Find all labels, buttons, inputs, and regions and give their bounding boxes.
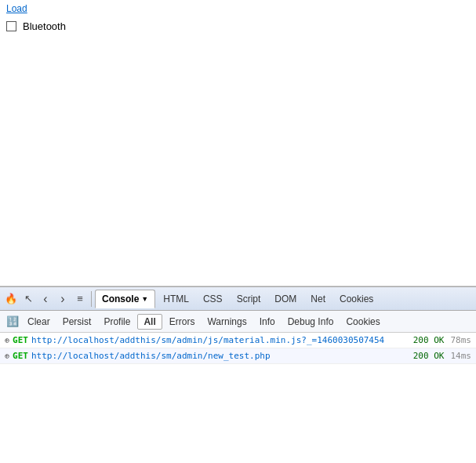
tab-html[interactable]: HTML <box>157 290 195 308</box>
log-row[interactable]: ⊕ GET http://localhost/addthis/sm/admin/… <box>0 333 476 348</box>
warnings-button[interactable]: Warnings <box>202 315 252 329</box>
tab-net-label: Net <box>311 293 325 304</box>
log-method-1: GET <box>13 335 28 345</box>
inspect-icon[interactable]: ↖ <box>20 291 36 307</box>
bluetooth-checkbox[interactable] <box>6 21 16 31</box>
tab-dom[interactable]: DOM <box>268 290 303 308</box>
log-area: ⊕ GET http://localhost/addthis/sm/admin/… <box>0 333 476 463</box>
clear-button[interactable]: Clear <box>22 315 56 329</box>
tab-console-label: Console <box>102 293 139 304</box>
profile-button[interactable]: Profile <box>98 315 136 329</box>
log-url-2: http://localhost/addthis/sm/admin/new_te… <box>31 351 407 361</box>
bluetooth-row: Bluetooth <box>0 17 476 35</box>
tab-cookies-label: Cookies <box>340 293 373 304</box>
log-status-2: 200 OK <box>413 351 445 361</box>
log-time-2: 14ms <box>451 351 472 361</box>
log-row[interactable]: ⊕ GET http://localhost/addthis/sm/admin/… <box>0 348 476 364</box>
bluetooth-label: Bluetooth <box>23 20 66 32</box>
tab-script-label: Script <box>237 293 261 304</box>
flame-icon[interactable]: 🔥 <box>3 291 19 307</box>
tab-html-label: HTML <box>163 293 189 304</box>
toolbar-divider <box>91 291 92 307</box>
devtools-toolbar: 🔥 ↖ ‹ › ≡ Console ▼ HTML CSS Script DOM … <box>0 287 476 311</box>
errors-button[interactable]: Errors <box>164 315 201 329</box>
cookies-filter-button[interactable]: Cookies <box>340 315 385 329</box>
persist-button[interactable]: Persist <box>57 315 97 329</box>
expand-icon-1[interactable]: ⊕ <box>5 336 9 345</box>
all-button[interactable]: All <box>137 314 162 330</box>
tab-dom-label: DOM <box>274 293 296 304</box>
expand-icon-2[interactable]: ⊕ <box>5 352 9 360</box>
log-status-1: 200 OK <box>413 335 445 345</box>
tab-console-arrow: ▼ <box>141 295 148 303</box>
console-toolbar: 🔢 Clear Persist Profile All Errors Warni… <box>0 311 476 333</box>
main-page-area: Load Bluetooth <box>0 0 476 286</box>
log-time-1: 78ms <box>451 335 472 345</box>
tab-css-label: CSS <box>203 293 223 304</box>
debug-info-button[interactable]: Debug Info <box>282 315 340 329</box>
tab-css[interactable]: CSS <box>197 290 229 308</box>
tab-script[interactable]: Script <box>231 290 267 308</box>
log-method-2: GET <box>13 351 28 361</box>
forward-icon[interactable]: › <box>55 291 71 307</box>
back-icon[interactable]: ‹ <box>38 291 53 307</box>
tab-cookies[interactable]: Cookies <box>333 290 380 308</box>
error-count-icon[interactable]: 🔢 <box>5 314 20 330</box>
load-link[interactable]: Load <box>3 2 31 16</box>
tab-net[interactable]: Net <box>304 290 332 308</box>
log-url-1: http://localhost/addthis/sm/admin/js/mat… <box>31 335 407 345</box>
devtools-panel: 🔥 ↖ ‹ › ≡ Console ▼ HTML CSS Script DOM … <box>0 286 476 463</box>
tab-console[interactable]: Console ▼ <box>95 290 155 308</box>
info-button[interactable]: Info <box>254 315 281 329</box>
steps-icon[interactable]: ≡ <box>72 291 88 307</box>
